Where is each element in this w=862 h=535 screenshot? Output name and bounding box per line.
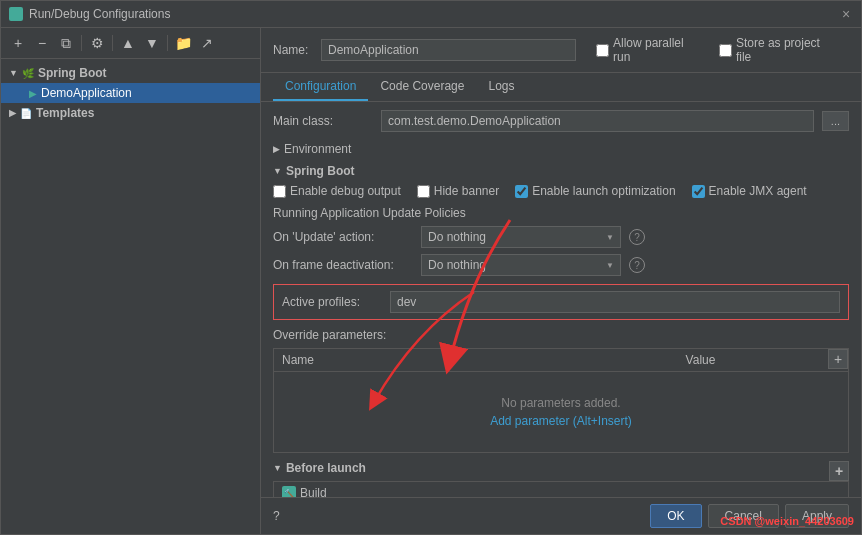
on-update-dropdown[interactable]: Do nothing ▼ (421, 226, 621, 248)
active-profiles-label: Active profiles: (282, 295, 382, 309)
allow-parallel-checkbox[interactable] (596, 44, 609, 57)
on-update-label: On 'Update' action: (273, 230, 413, 244)
enable-jmx-label[interactable]: Enable JMX agent (692, 184, 807, 198)
on-frame-dropdown[interactable]: Do nothing ▼ (421, 254, 621, 276)
dropdown-arrow-icon: ▼ (606, 233, 614, 242)
spring-checkboxes: Enable debug output Hide banner Enable l… (273, 184, 849, 198)
hide-banner-label[interactable]: Hide banner (417, 184, 499, 198)
cancel-button[interactable]: Cancel (708, 504, 779, 528)
close-button[interactable]: × (839, 7, 853, 21)
main-class-label: Main class: (273, 114, 373, 128)
app-icon: ▶ (29, 88, 37, 99)
on-frame-label: On frame deactivation: (273, 258, 413, 272)
toolbar-separator-3 (167, 35, 168, 51)
name-field-label: Name: (273, 43, 313, 57)
tab-code-coverage[interactable]: Code Coverage (368, 73, 476, 101)
tab-configuration[interactable]: Configuration (273, 73, 368, 101)
copy-config-button[interactable]: ⧉ (55, 32, 77, 54)
build-icon: 🔨 (282, 486, 296, 497)
active-profiles-section: Active profiles: (273, 284, 849, 320)
on-frame-value: Do nothing (428, 258, 486, 272)
chevron-right-icon-env: ▶ (273, 144, 280, 154)
hide-banner-checkbox[interactable] (417, 185, 430, 198)
allow-parallel-checkbox-label[interactable]: Allow parallel run (596, 36, 703, 64)
params-area: Name Value + No parameters added. Add pa… (273, 348, 849, 453)
ok-button[interactable]: OK (650, 504, 701, 528)
build-item: 🔨 Build (273, 481, 849, 497)
before-launch-section: ▼ Before launch + 🔨 Build (273, 461, 849, 497)
enable-launch-checkbox[interactable] (515, 185, 528, 198)
before-launch-header[interactable]: ▼ Before launch + (273, 461, 849, 475)
folder-button[interactable]: 📁 (172, 32, 194, 54)
spring-boot-header[interactable]: ▼ Spring Boot (273, 164, 849, 178)
build-label: Build (300, 486, 327, 497)
enable-jmx-checkbox[interactable] (692, 185, 705, 198)
running-app-section: Running Application Update Policies On '… (273, 206, 849, 276)
on-frame-help-icon[interactable]: ? (629, 257, 645, 273)
tab-logs[interactable]: Logs (476, 73, 526, 101)
enable-launch-label[interactable]: Enable launch optimization (515, 184, 675, 198)
bottom-buttons: OK Cancel Apply (650, 504, 849, 528)
dialog: Run/Debug Configurations × + − ⧉ ⚙ ▲ ▼ 📁 (0, 0, 862, 535)
move-up-button[interactable]: ▲ (117, 32, 139, 54)
active-profiles-input[interactable] (390, 291, 840, 313)
main-content: + − ⧉ ⚙ ▲ ▼ 📁 ↗ ▼ 🌿 Spring Bo (1, 28, 861, 534)
on-update-row: On 'Update' action: Do nothing ▼ ? (273, 226, 849, 248)
share-button[interactable]: ↗ (196, 32, 218, 54)
enable-debug-checkbox[interactable] (273, 185, 286, 198)
left-panel: + − ⧉ ⚙ ▲ ▼ 📁 ↗ ▼ 🌿 Spring Bo (1, 28, 261, 534)
move-down-button[interactable]: ▼ (141, 32, 163, 54)
browse-button[interactable]: ... (822, 111, 849, 131)
config-tree: ▼ 🌿 Spring Boot ▶ DemoApplication ▶ 📄 Te… (1, 59, 260, 534)
configuration-panel: Main class: ... ▶ Environment ▼ Spring B… (261, 102, 861, 497)
dialog-title: Run/Debug Configurations (29, 7, 170, 21)
settings-button[interactable]: ⚙ (86, 32, 108, 54)
override-params-section: Override parameters: Name Value + No par… (273, 328, 849, 453)
add-config-button[interactable]: + (7, 32, 29, 54)
bottom-bar: ? OK Cancel Apply (261, 497, 861, 534)
enable-debug-label[interactable]: Enable debug output (273, 184, 401, 198)
override-params-title: Override parameters: (273, 328, 849, 342)
toolbar-separator (81, 35, 82, 51)
col-value-header: Value (561, 353, 840, 367)
params-table-body: No parameters added. Add parameter (Alt+… (274, 372, 848, 452)
tree-group-spring-boot[interactable]: ▼ 🌿 Spring Boot (1, 63, 260, 83)
params-table: Name Value + No parameters added. Add pa… (273, 348, 849, 453)
add-param-link[interactable]: Add parameter (Alt+Insert) (490, 414, 632, 428)
tree-item-demo-application[interactable]: ▶ DemoApplication (1, 83, 260, 103)
remove-config-button[interactable]: − (31, 32, 53, 54)
col-name-header: Name (282, 353, 561, 367)
store-as-project-checkbox-label[interactable]: Store as project file (719, 36, 837, 64)
add-before-launch-button[interactable]: + (829, 461, 849, 481)
before-launch-label: Before launch (286, 461, 366, 475)
add-param-button[interactable]: + (828, 349, 848, 369)
apply-button[interactable]: Apply (785, 504, 849, 528)
on-frame-row: On frame deactivation: Do nothing ▼ ? (273, 254, 849, 276)
name-row: Name: Allow parallel run Store as projec… (261, 28, 861, 73)
right-panel: Name: Allow parallel run Store as projec… (261, 28, 861, 534)
demo-application-label: DemoApplication (41, 86, 132, 100)
run-debug-icon (9, 7, 23, 21)
main-class-input[interactable] (381, 110, 814, 132)
environment-section[interactable]: ▶ Environment (273, 138, 849, 160)
running-app-title: Running Application Update Policies (273, 206, 849, 220)
spring-boot-section-label: Spring Boot (286, 164, 355, 178)
no-params-text: No parameters added. (501, 396, 620, 410)
spring-boot-tree-label: Spring Boot (38, 66, 107, 80)
params-table-header: Name Value + (274, 349, 848, 372)
config-tabs: Configuration Code Coverage Logs (261, 73, 861, 102)
on-update-help-icon[interactable]: ? (629, 229, 645, 245)
title-bar: Run/Debug Configurations × (1, 1, 861, 28)
help-button[interactable]: ? (273, 509, 280, 523)
name-input[interactable] (321, 39, 576, 61)
tree-group-templates[interactable]: ▶ 📄 Templates (1, 103, 260, 123)
toolbar: + − ⧉ ⚙ ▲ ▼ 📁 ↗ (1, 28, 260, 59)
templates-icon: 📄 (20, 108, 32, 119)
chevron-down-icon-before: ▼ (273, 463, 282, 473)
on-update-value: Do nothing (428, 230, 486, 244)
spring-boot-section: ▼ Spring Boot Enable debug output Hide b… (273, 164, 849, 276)
title-bar-left: Run/Debug Configurations (9, 7, 170, 21)
chevron-right-icon: ▶ (9, 108, 16, 118)
toolbar-separator-2 (112, 35, 113, 51)
store-as-project-checkbox[interactable] (719, 44, 732, 57)
